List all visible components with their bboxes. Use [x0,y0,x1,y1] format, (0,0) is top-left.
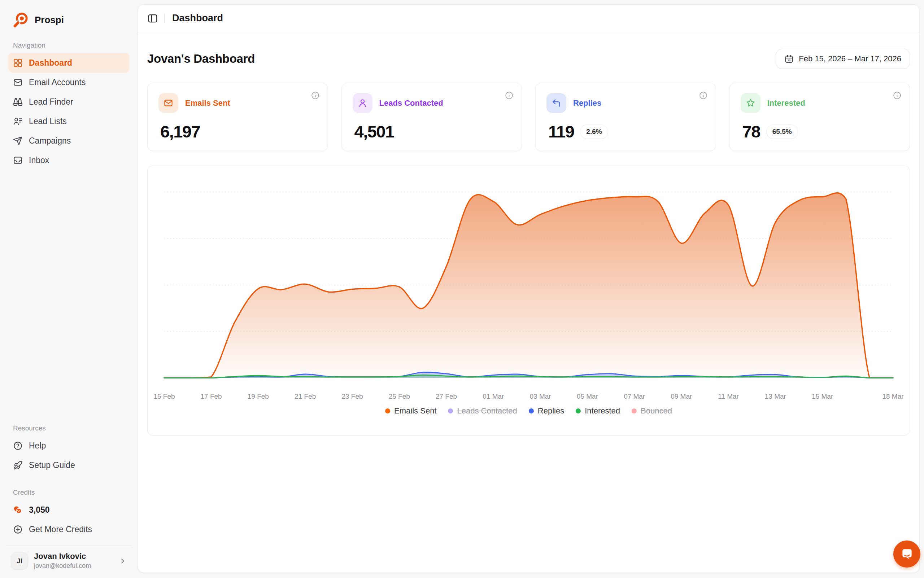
chat-widget-button[interactable] [893,541,921,568]
sidebar-item-setup-guide[interactable]: Setup Guide [8,455,130,475]
x-tick: 13 Mar [765,393,786,401]
legend-item-interested[interactable]: Interested [576,406,620,416]
x-axis: 15 Feb17 Feb19 Feb21 Feb23 Feb25 Feb27 F… [161,391,896,402]
user-email: jovan@kodeful.com [34,562,113,570]
credits-balance-row: 3,050 [8,500,130,520]
sidebar-item-label: Help [29,441,46,451]
legend-label: Replies [538,406,564,416]
sidebar-item-dashboard[interactable]: Dashboard [8,53,130,73]
mail-icon [13,78,23,87]
legend-item-replies[interactable]: Replies [529,406,564,416]
date-range-picker[interactable]: 12 Feb 15, 2026 – Mar 17, 2026 [776,49,910,69]
stat-percentage-badge: 2.6% [580,125,608,139]
page-title: Jovan's Dashboard [147,52,255,66]
grid-icon [13,58,23,68]
chart-legend: Emails Sent Leads Contacted Replies Inte… [161,406,896,416]
sidebar-item-email-accounts[interactable]: Email Accounts [8,73,130,92]
legend-dot-icon [632,408,637,414]
legend-label: Interested [585,406,620,416]
date-range-label: Feb 15, 2026 – Mar 17, 2026 [799,54,901,63]
x-tick: 03 Mar [530,393,551,401]
stat-card-replies: Replies 119 2.6% [535,83,716,151]
sidebar-item-lead-finder[interactable]: Lead Finder [8,92,130,112]
calendar-icon: 12 [784,54,794,63]
sidebar-item-label: Dashboard [29,58,72,68]
reply-icon [547,93,566,113]
legend-label: Bounced [641,406,672,416]
sidebar-item-campaigns[interactable]: Campaigns [8,131,130,151]
x-tick: 21 Feb [294,393,316,401]
stat-label: Interested [767,99,805,108]
coins-icon [13,505,23,515]
stat-percentage-badge: 65.5% [766,125,798,139]
stat-value: 78 [742,122,760,141]
main-panel: Dashboard Jovan's Dashboard 12 Feb 15, 2… [138,4,920,573]
mail-icon [158,93,178,113]
info-icon[interactable] [893,91,901,100]
stats-row: Emails Sent 6,197 Leads Contacted 4,501 … [147,83,910,151]
stat-label: Emails Sent [185,99,230,108]
sidebar-item-inbox[interactable]: Inbox [8,151,130,170]
header-divider [164,14,164,23]
help-circle-icon [13,441,23,451]
info-icon[interactable] [699,91,708,100]
svg-text:12: 12 [787,59,791,62]
stat-label: Leads Contacted [379,99,443,108]
user-icon [353,93,373,113]
sidebar-item-label: Inbox [29,156,49,165]
user-name: Jovan Ivkovic [34,552,113,561]
sidebar-item-label: Lead Finder [29,97,73,107]
chevron-right-icon [119,557,127,565]
stat-value: 6,197 [160,122,200,141]
user-menu[interactable]: JI Jovan Ivkovic jovan@kodeful.com [8,546,130,572]
star-icon [741,93,760,113]
x-tick: 27 Feb [436,393,457,401]
x-tick: 15 Feb [153,393,175,401]
legend-item-bounced[interactable]: Bounced [632,406,672,416]
brand-logo[interactable]: Prospi [8,10,130,30]
x-tick: 09 Mar [670,393,692,401]
stat-value: 4,501 [355,122,394,141]
stat-card-interested: Interested 78 65.5% [729,83,910,151]
sidebar-item-lead-lists[interactable]: Lead Lists [8,112,130,131]
resources-section-label: Resources [13,424,125,432]
send-icon [13,136,23,146]
rocket-icon [13,460,23,470]
info-icon[interactable] [311,91,320,100]
sidebar-toggle-button[interactable] [147,13,158,24]
x-tick: 07 Mar [624,393,645,401]
x-tick: 17 Feb [201,393,222,401]
x-tick: 18 Mar [882,393,903,401]
legend-item-emails-sent[interactable]: Emails Sent [385,406,436,416]
legend-dot-icon [529,408,534,414]
info-icon[interactable] [504,91,514,100]
legend-item-leads-contacted[interactable]: Leads Contacted [448,406,517,416]
inbox-icon [13,156,23,165]
x-tick: 15 Mar [812,393,833,401]
stat-card-emails-sent: Emails Sent 6,197 [147,83,328,151]
x-tick: 05 Mar [577,393,598,401]
sidebar-resources: Help Setup Guide [8,436,130,475]
prospi-logo-icon [12,11,29,29]
legend-dot-icon [448,408,453,414]
get-more-credits-button[interactable]: Get More Credits [8,520,130,539]
avatar: JI [11,552,28,570]
legend-label: Leads Contacted [457,406,517,416]
stat-value: 119 [548,122,574,141]
legend-label: Emails Sent [394,406,436,416]
nav-section-label: Navigation [13,42,125,49]
x-tick: 11 Mar [718,393,739,401]
activity-chart-card: 15 Feb17 Feb19 Feb21 Feb23 Feb25 Feb27 F… [147,166,910,435]
credits-balance: 3,050 [29,505,50,515]
contact-list-icon [13,117,23,126]
legend-dot-icon [385,408,390,414]
breadcrumb-title: Dashboard [172,13,223,24]
sidebar-nav: Dashboard Email Accounts Lead Finder Lea… [8,53,130,170]
stat-card-leads-contacted: Leads Contacted 4,501 [342,83,522,151]
get-more-credits-label: Get More Credits [29,524,92,534]
sidebar-item-help[interactable]: Help [8,436,130,455]
sidebar-item-label: Campaigns [29,136,71,146]
main-header: Dashboard [138,5,919,32]
x-tick: 19 Feb [247,393,269,401]
stat-label: Replies [573,99,601,108]
